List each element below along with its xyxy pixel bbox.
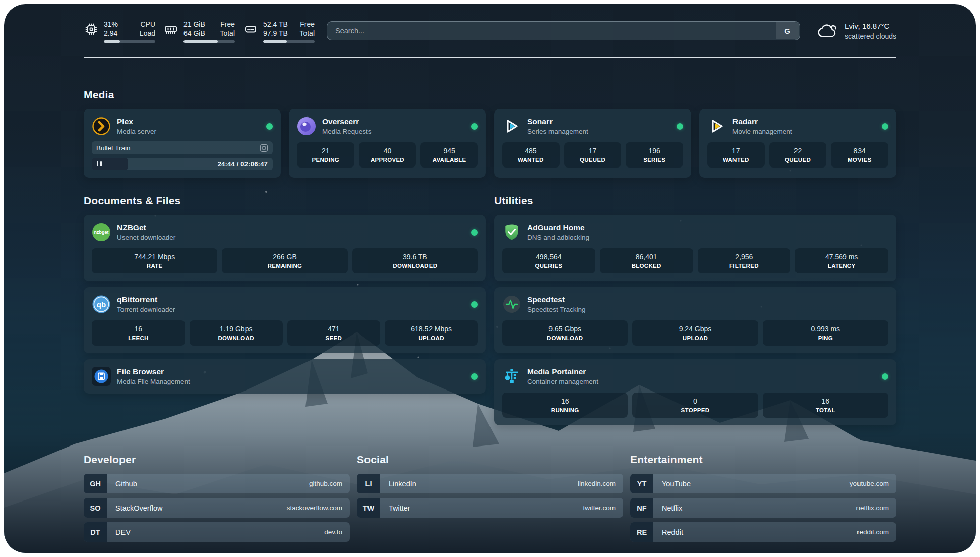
bookmark-url: github.com: [309, 474, 350, 493]
stat-running: 16RUNNING: [502, 393, 628, 418]
main-content: Media Plex: [84, 89, 896, 553]
bookmark-url: reddit.com: [857, 522, 896, 542]
bookmark-name: YouTube: [653, 474, 691, 493]
bookmark-name: Twitter: [380, 498, 410, 518]
status-online-dot: [471, 123, 478, 130]
dashboard-window: 31%CPU 2.94Load 21 GiBFree: [4, 4, 976, 553]
speedtest-icon: [502, 295, 521, 314]
app-card-speedtest[interactable]: Speedtest Speedtest Tracking 9.65 GbpsDO…: [494, 287, 896, 353]
bookmark-abbr: YT: [630, 474, 653, 493]
cpu-label: CPU: [140, 20, 155, 29]
cloud-icon: [815, 21, 838, 41]
header: 31%CPU 2.94Load 21 GiBFree: [84, 4, 896, 43]
disk-icon: [243, 22, 258, 37]
bookmark-netflix[interactable]: NF Netflix netflix.com: [630, 498, 896, 518]
app-card-nzbget[interactable]: nzbget NZBGet Usenet downloader: [84, 215, 486, 281]
app-card-adguard[interactable]: AdGuard Home DNS and adblocking 498,564Q…: [494, 215, 896, 281]
stat-movies: 834MOVIES: [831, 142, 888, 168]
bookmark-url: netflix.com: [856, 498, 896, 518]
app-name: NZBGet: [117, 222, 175, 233]
section-title-social: Social: [357, 454, 623, 466]
memory-icon: [163, 22, 178, 37]
app-card-radarr[interactable]: Radarr Movie management 17WANTED 22QUEUE…: [699, 109, 896, 178]
cpu-load-label: Load: [140, 29, 155, 38]
app-card-overseerr[interactable]: Overseerr Media Requests 21PENDING 40APP…: [289, 109, 486, 178]
cpu-resource-widget: 31%CPU 2.94Load: [84, 20, 155, 43]
memory-progress-bar: [183, 40, 235, 43]
app-name: Overseerr: [322, 117, 372, 127]
search-bar: G: [327, 21, 800, 40]
cpu-usage-value: 31%: [104, 20, 118, 29]
app-name: File Browser: [117, 367, 190, 377]
bookmark-youtube[interactable]: YT YouTube youtube.com: [630, 474, 896, 493]
qbittorrent-icon: qb: [92, 295, 111, 314]
stat-upload: 9.24 GbpsUPLOAD: [632, 320, 758, 346]
stat-upload: 618.52 MbpsUPLOAD: [385, 320, 478, 346]
app-card-sonarr[interactable]: Sonarr Series management 485WANTED 17QUE…: [494, 109, 691, 178]
stat-seed: 471SEED: [287, 320, 381, 346]
app-card-qbittorrent[interactable]: qb qBittorrent Torrent downloader: [84, 287, 486, 353]
plex-icon: [92, 117, 111, 136]
status-online-dot: [882, 373, 888, 380]
stat-blocked: 86,401BLOCKED: [600, 248, 693, 273]
bookmark-linkedin[interactable]: LI LinkedIn linkedin.com: [357, 474, 623, 493]
stat-filtered: 2,956FILTERED: [698, 248, 791, 273]
section-documents: Documents & Files nzbget: [84, 195, 486, 425]
memory-total-label: Total: [220, 29, 235, 38]
stat-wanted: 485WANTED: [502, 142, 560, 168]
disk-total-label: Total: [299, 29, 315, 38]
status-online-dot: [471, 373, 478, 380]
app-name: AdGuard Home: [527, 222, 589, 233]
app-card-filebrowser[interactable]: File Browser Media File Management: [84, 359, 486, 394]
cpu-load-value: 2.94: [104, 29, 117, 38]
memory-free-label: Free: [220, 20, 235, 29]
bookmark-abbr: TW: [357, 498, 380, 518]
weather-condition: scattered clouds: [845, 32, 896, 41]
stat-remaining: 266 GBREMAINING: [222, 248, 347, 273]
bookmark-abbr: GH: [84, 474, 107, 493]
stat-leech: 16LEECH: [92, 320, 185, 346]
app-description: Media server: [117, 127, 156, 136]
section-title-utilities: Utilities: [494, 195, 896, 207]
memory-total-value: 64 GiB: [183, 29, 205, 38]
stat-queued: 22QUEUED: [769, 142, 827, 168]
svg-text:nzbget: nzbget: [94, 230, 109, 235]
stat-approved: 40APPROVED: [359, 142, 416, 168]
bookmark-twitter[interactable]: TW Twitter twitter.com: [357, 498, 623, 518]
resource-widgets: 31%CPU 2.94Load 21 GiBFree: [84, 20, 315, 43]
stat-series: 196SERIES: [626, 142, 683, 168]
bookmark-url: stackoverflow.com: [287, 498, 350, 518]
section-title-media: Media: [84, 89, 896, 101]
app-description: Series management: [527, 127, 588, 136]
status-online-dot: [471, 229, 478, 236]
app-card-portainer[interactable]: Media Portainer Container management 16R…: [494, 359, 896, 425]
bookmark-stackoverflow[interactable]: SO StackOverflow stackoverflow.com: [84, 498, 350, 518]
status-online-dot: [882, 123, 888, 130]
status-online-dot: [677, 123, 683, 130]
bookmark-dev[interactable]: DT DEV dev.to: [84, 522, 350, 542]
stat-latency: 47.569 msLATENCY: [795, 248, 888, 273]
bookmark-name: StackOverflow: [107, 498, 162, 518]
stat-download: 9.65 GbpsDOWNLOAD: [502, 320, 628, 346]
pause-icon[interactable]: [97, 161, 102, 166]
app-card-plex[interactable]: Plex Media server Bullet Train: [84, 109, 281, 178]
bookmark-github[interactable]: GH Github github.com: [84, 474, 350, 493]
bookmark-url: twitter.com: [583, 498, 623, 518]
bookmark-reddit[interactable]: RE Reddit reddit.com: [630, 522, 896, 542]
stat-queued: 17QUEUED: [564, 142, 622, 168]
section-entertainment: Entertainment YT YouTube youtube.com NF …: [630, 454, 896, 546]
app-name: Sonarr: [527, 117, 588, 127]
search-provider-button[interactable]: G: [776, 22, 799, 39]
playback-progress-bar: 24:44 / 02:06:47: [92, 158, 273, 170]
search-input[interactable]: [327, 21, 800, 40]
disk-resource-widget: 52.4 TBFree 97.9 TBTotal: [243, 20, 315, 43]
app-description: Torrent downloader: [117, 305, 175, 314]
bookmark-abbr: LI: [357, 474, 380, 493]
section-social: Social LI LinkedIn linkedin.com TW Twitt…: [357, 454, 623, 522]
bookmark-abbr: DT: [84, 522, 107, 542]
stat-ping: 0.993 msPING: [763, 320, 888, 346]
filebrowser-icon: [92, 367, 111, 386]
weather-location: Lviv, 16.87°C: [845, 21, 896, 31]
overseerr-icon: [297, 117, 316, 136]
stat-queries: 498,564QUERIES: [502, 248, 595, 273]
